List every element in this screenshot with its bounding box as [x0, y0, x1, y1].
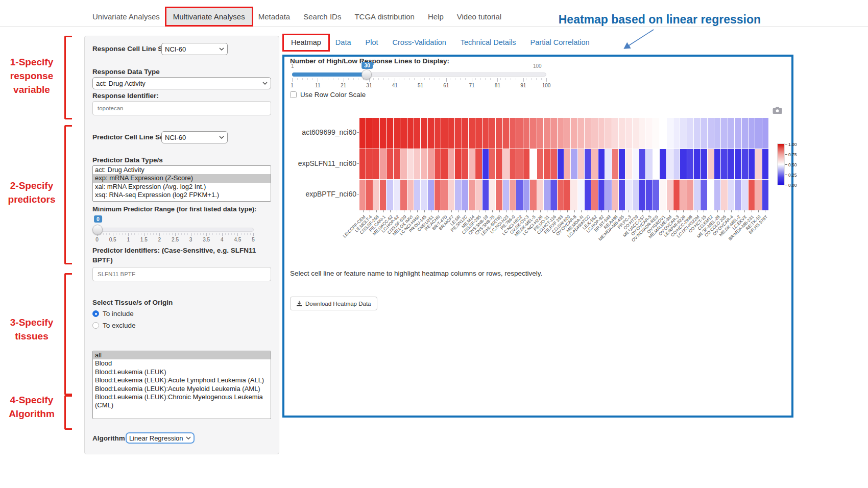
- heatmap-cell[interactable]: [380, 180, 386, 210]
- heatmap-cell[interactable]: [455, 118, 461, 149]
- tissue-option-blood-leukemia-leuk-acute-lymphoid-leukemia-all[interactable]: Blood:Leukemia (LEUK):Acute Lymphoid Leu…: [93, 376, 271, 384]
- heatmap-cell[interactable]: [619, 149, 625, 180]
- heatmap-row-label-expbptf-nci60[interactable]: expBPTF_nci60: [275, 190, 356, 198]
- heatmap-cell[interactable]: [749, 118, 755, 149]
- predictor-data-type-option-act-drug-activity[interactable]: act: Drug Activity: [93, 166, 271, 174]
- heatmap-cell[interactable]: [503, 118, 509, 149]
- heatmap-cell[interactable]: [585, 180, 591, 210]
- heatmap-cell[interactable]: [701, 180, 707, 210]
- heatmap-cell[interactable]: [400, 180, 406, 210]
- heatmap-cell[interactable]: [605, 180, 611, 210]
- tab-data[interactable]: Data: [328, 35, 358, 50]
- heatmap-cell[interactable]: [564, 149, 570, 180]
- heatmap-cell[interactable]: [762, 149, 768, 180]
- heatmap-cell[interactable]: [714, 180, 720, 210]
- heatmap-cell[interactable]: [441, 149, 447, 180]
- heatmap-cell[interactable]: [558, 180, 564, 210]
- heatmap-cell[interactable]: [530, 118, 536, 149]
- heatmap-cell[interactable]: [571, 118, 577, 149]
- heatmap-cell[interactable]: [489, 149, 495, 180]
- heatmap-cell[interactable]: [462, 118, 468, 149]
- heatmap-cell[interactable]: [612, 180, 618, 210]
- heatmap-cell[interactable]: [414, 180, 420, 210]
- heatmap-cell[interactable]: [728, 180, 734, 210]
- heatmap-cell[interactable]: [694, 180, 700, 210]
- heatmap-cell[interactable]: [394, 180, 400, 210]
- heatmap-cell[interactable]: [544, 180, 550, 210]
- heatmap-cell[interactable]: [373, 149, 379, 180]
- heatmap-cell[interactable]: [510, 118, 516, 149]
- heatmap-cell[interactable]: [496, 149, 502, 180]
- heatmap-cell[interactable]: [591, 180, 597, 210]
- heatmap-cell[interactable]: [564, 180, 570, 210]
- heatmap-cell[interactable]: [550, 149, 557, 180]
- predictor-data-type-option-xai-mrna-expression-avg-log2-int[interactable]: xai: mRNA Expression (Avg. log2 Int.): [93, 183, 271, 191]
- heatmap-cell[interactable]: [646, 149, 652, 180]
- heatmap-cell[interactable]: [483, 149, 489, 180]
- heatmap-cell[interactable]: [598, 118, 605, 149]
- heatmap-cell[interactable]: [749, 180, 755, 210]
- heatmap-cell[interactable]: [435, 149, 441, 180]
- tissue-listbox[interactable]: allBloodBlood:Leukemia (LEUK)Blood:Leuke…: [92, 351, 271, 419]
- heatmap-cell[interactable]: [523, 118, 529, 149]
- heatmap-cell[interactable]: [558, 149, 564, 180]
- heatmap-row-label-act609699-nci60[interactable]: act609699_nci60: [275, 128, 356, 136]
- heatmap-cell[interactable]: [359, 118, 366, 149]
- heatmap-cell[interactable]: [639, 118, 645, 149]
- heatmap-cell[interactable]: [537, 180, 543, 210]
- heatmap-cell[interactable]: [578, 118, 584, 149]
- heatmap-cell[interactable]: [639, 149, 645, 180]
- heatmap-cell[interactable]: [483, 180, 489, 210]
- heatmap-cell[interactable]: [489, 118, 495, 149]
- heatmap-cell[interactable]: [735, 149, 741, 180]
- tissue-option-blood-leukemia-leuk-chronic-myelogenous-leukemia-cml[interactable]: Blood:Leukemia (LEUK):Chronic Myelogenou…: [93, 393, 271, 410]
- tab-partial-correlation[interactable]: Partial Correlation: [523, 35, 597, 50]
- heatmap-cell[interactable]: [407, 149, 414, 180]
- heatmap-cell[interactable]: [612, 118, 618, 149]
- heatmap-cell[interactable]: [469, 180, 475, 210]
- heatmap-cell[interactable]: [516, 180, 522, 210]
- heatmap-cell[interactable]: [544, 118, 550, 149]
- min-predictor-range-slider-handle[interactable]: [92, 225, 103, 235]
- heatmap-cell[interactable]: [605, 149, 611, 180]
- heatmap-cell[interactable]: [598, 180, 605, 210]
- nav-item-help[interactable]: Help: [421, 8, 450, 25]
- heatmap-cell[interactable]: [762, 118, 768, 149]
- tab-heatmap[interactable]: Heatmap: [284, 35, 328, 50]
- heatmap-cell[interactable]: [660, 149, 666, 180]
- tissue-option-all[interactable]: all: [93, 351, 271, 359]
- heatmap-cell[interactable]: [441, 180, 447, 210]
- heatmap-cell[interactable]: [680, 149, 686, 180]
- heatmap-cell[interactable]: [373, 180, 379, 210]
- heatmap-cell[interactable]: [387, 149, 393, 180]
- heatmap-cell[interactable]: [387, 118, 393, 149]
- heatmap-cell[interactable]: [523, 149, 529, 180]
- heatmap-cell[interactable]: [428, 149, 434, 180]
- heatmap-cell[interactable]: [742, 118, 748, 149]
- heatmap-cell[interactable]: [687, 118, 693, 149]
- heatmap-cell[interactable]: [414, 118, 420, 149]
- heatmap-cell[interactable]: [400, 149, 406, 180]
- heatmap-cell[interactable]: [578, 149, 584, 180]
- heatmap-cell[interactable]: [708, 180, 714, 210]
- heatmap-cell[interactable]: [605, 118, 611, 149]
- heatmap-cell[interactable]: [755, 180, 761, 210]
- download-heatmap-data-button[interactable]: Download Heatmap Data: [290, 297, 377, 310]
- heatmap-cell[interactable]: [530, 149, 536, 180]
- heatmap-cell[interactable]: [721, 118, 727, 149]
- heatmap-cell[interactable]: [585, 149, 591, 180]
- heatmap-cell[interactable]: [755, 118, 761, 149]
- heatmap-cell[interactable]: [762, 180, 768, 210]
- heatmap-cell[interactable]: [728, 149, 734, 180]
- heatmap-cell[interactable]: [366, 149, 372, 180]
- heatmap-cell[interactable]: [680, 118, 686, 149]
- row-color-scale-checkbox[interactable]: [290, 91, 297, 98]
- heatmap-cell[interactable]: [708, 118, 714, 149]
- heatmap-cell[interactable]: [421, 180, 427, 210]
- heatmap-cell[interactable]: [414, 149, 420, 180]
- algorithm-select[interactable]: Linear Regression: [126, 432, 195, 444]
- heatmap-cell[interactable]: [735, 118, 741, 149]
- heatmap-cell[interactable]: [755, 149, 761, 180]
- heatmap-cell[interactable]: [510, 180, 516, 210]
- nav-item-video-tutorial[interactable]: Video tutorial: [450, 8, 508, 25]
